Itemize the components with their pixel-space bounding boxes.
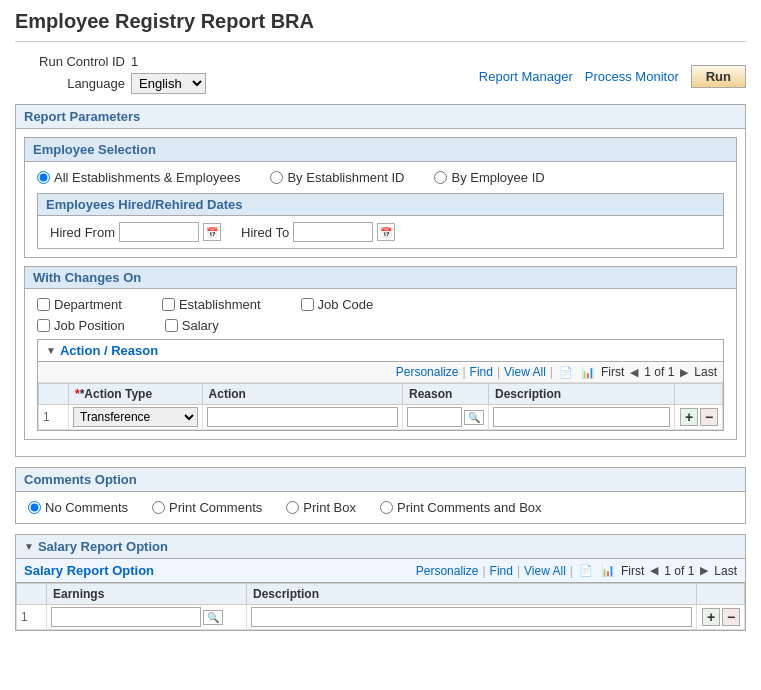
reason-input[interactable] [407, 407, 462, 427]
run-button[interactable]: Run [691, 65, 746, 88]
salary-first-label: First [621, 564, 644, 578]
employee-selection-header: Employee Selection [25, 138, 736, 162]
hired-to-group: Hired To 📅 [241, 222, 395, 242]
action-reason-grid-icon2-btn[interactable]: 📊 [579, 366, 597, 379]
action-reason-last-label: Last [694, 365, 717, 379]
report-parameters-header: Report Parameters [16, 105, 745, 129]
salary-find-link[interactable]: Find [490, 564, 513, 578]
hired-to-calendar-button[interactable]: 📅 [377, 223, 395, 241]
salary-description-input[interactable] [251, 607, 692, 627]
action-reason-table: **Action Type Action Reason [38, 383, 723, 430]
salary-add-row-button[interactable]: + [702, 608, 720, 626]
salary-personalize-link[interactable]: Personalize [416, 564, 479, 578]
checkbox-job-position[interactable]: Job Position [37, 318, 125, 333]
hired-dates-box: Employees Hired/Rehired Dates Hired From… [37, 193, 724, 249]
salary-report-subsection-label: Salary Report Option [24, 563, 154, 578]
salary-grid-icon2-btn[interactable]: 📊 [599, 564, 617, 577]
hired-from-input[interactable] [119, 222, 199, 242]
checkbox-salary[interactable]: Salary [165, 318, 219, 333]
radio-by-employee-id[interactable]: By Employee ID [434, 170, 544, 185]
action-reason-header: ▼ Action / Reason [38, 340, 723, 362]
salary-earnings-cell: 🔍 [47, 605, 247, 630]
salary-report-subheader: Salary Report Option Personalize | Find … [16, 559, 745, 583]
salary-description-cell [247, 605, 697, 630]
radio-print-comments-and-box[interactable]: Print Comments and Box [380, 500, 542, 515]
employee-selection-box: Employee Selection All Establishments & … [24, 137, 737, 258]
hired-from-calendar-button[interactable]: 📅 [203, 223, 221, 241]
action-reason-row-1: 1 Transference [39, 405, 723, 430]
action-input[interactable] [207, 407, 398, 427]
salary-report-option-box: ▼ Salary Report Option Salary Report Opt… [15, 534, 746, 631]
with-changes-on-box: With Changes On Department Establishment [24, 266, 737, 440]
radio-print-box[interactable]: Print Box [286, 500, 356, 515]
action-reason-view-all-link[interactable]: View All [504, 365, 546, 379]
with-changes-row1: Department Establishment Job Code [37, 297, 724, 312]
with-changes-row2: Job Position Salary [37, 318, 724, 333]
action-reason-collapse-icon[interactable]: ▼ [46, 345, 56, 356]
salary-col-controls [697, 584, 745, 605]
run-control-id-label: Run Control ID [15, 54, 125, 69]
action-reason-find-link[interactable]: Find [470, 365, 493, 379]
salary-col-earnings: Earnings [47, 584, 247, 605]
salary-report-option-label: Salary Report Option [38, 539, 168, 554]
action-reason-col-description: Description [489, 384, 675, 405]
action-reason-personalize-link[interactable]: Personalize [396, 365, 459, 379]
radio-by-establishment-id[interactable]: By Establishment ID [270, 170, 404, 185]
action-reason-col-actions [675, 384, 723, 405]
reason-search-button[interactable]: 🔍 [464, 410, 484, 425]
comments-option-header: Comments Option [16, 468, 745, 492]
checkbox-job-code[interactable]: Job Code [301, 297, 374, 312]
report-manager-link[interactable]: Report Manager [479, 69, 573, 84]
checkbox-establishment[interactable]: Establishment [162, 297, 261, 312]
salary-row-controls: + − [697, 605, 745, 630]
hired-from-group: Hired From 📅 [50, 222, 221, 242]
action-reason-row-controls: + − [675, 405, 723, 430]
hired-dates-header: Employees Hired/Rehired Dates [38, 194, 723, 216]
process-monitor-link[interactable]: Process Monitor [585, 69, 679, 84]
action-reason-prev-btn[interactable]: ◀ [628, 366, 640, 379]
checkbox-department[interactable]: Department [37, 297, 122, 312]
action-reason-label: Action / Reason [60, 343, 158, 358]
radio-all-establishments[interactable]: All Establishments & Employees [37, 170, 240, 185]
salary-delete-row-button[interactable]: − [722, 608, 740, 626]
radio-print-comments[interactable]: Print Comments [152, 500, 262, 515]
salary-grid-table: Earnings Description 1 🔍 [16, 583, 745, 630]
radio-no-comments[interactable]: No Comments [28, 500, 128, 515]
description-input[interactable] [493, 407, 670, 427]
action-reason-first-label: First [601, 365, 624, 379]
salary-prev-btn[interactable]: ◀ [648, 564, 660, 577]
action-reason-reason-cell: 🔍 [403, 405, 489, 430]
salary-grid-icon1-btn[interactable]: 📄 [577, 564, 595, 577]
action-reason-description-cell [489, 405, 675, 430]
action-reason-pagination: 1 of 1 [644, 365, 674, 379]
comments-options-group: No Comments Print Comments Print Box Pri… [16, 492, 745, 523]
with-changes-on-header: With Changes On [25, 267, 736, 289]
action-reason-col-action: Action [202, 384, 402, 405]
earnings-search-button[interactable]: 🔍 [203, 610, 223, 625]
salary-view-all-link[interactable]: View All [524, 564, 566, 578]
action-reason-action-cell [202, 405, 402, 430]
action-reason-action-type-cell: Transference [69, 405, 203, 430]
action-reason-next-btn[interactable]: ▶ [678, 366, 690, 379]
salary-report-option-header: ▼ Salary Report Option [16, 535, 745, 559]
earnings-input[interactable] [51, 607, 201, 627]
salary-col-num [17, 584, 47, 605]
action-reason-col-action-type: **Action Type [69, 384, 203, 405]
action-reason-add-row-button[interactable]: + [680, 408, 698, 426]
language-select[interactable]: English French Spanish German [131, 73, 206, 94]
action-reason-row-num: 1 [39, 405, 69, 430]
action-reason-col-num [39, 384, 69, 405]
action-reason-delete-row-button[interactable]: − [700, 408, 718, 426]
action-reason-col-reason: Reason [403, 384, 489, 405]
salary-col-description: Description [247, 584, 697, 605]
hired-from-label: Hired From [50, 225, 115, 240]
page-title: Employee Registry Report BRA [15, 10, 746, 42]
action-reason-grid-icon1-btn[interactable]: 📄 [557, 366, 575, 379]
salary-next-btn[interactable]: ▶ [698, 564, 710, 577]
action-type-select[interactable]: Transference [73, 407, 198, 427]
salary-report-collapse-icon[interactable]: ▼ [24, 541, 34, 552]
salary-report-toolbar: Personalize | Find | View All | 📄 📊 Firs… [416, 564, 737, 578]
salary-row-1: 1 🔍 + − [17, 605, 745, 630]
hired-to-input[interactable] [293, 222, 373, 242]
run-control-id-value: 1 [131, 54, 138, 69]
